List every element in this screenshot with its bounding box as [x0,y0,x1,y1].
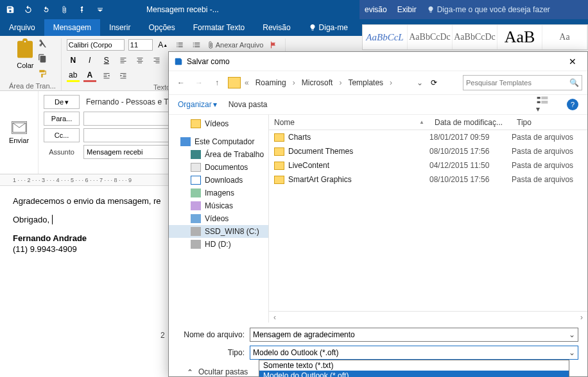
save-icon[interactable] [3,2,18,17]
bold-button[interactable]: N [67,54,80,67]
cc-button[interactable]: Cc... [44,128,80,142]
bg-tab-view[interactable]: Exibir [397,5,417,14]
refresh-icon[interactable]: ⟳ [431,78,445,87]
cut-icon[interactable] [38,38,49,50]
search-input[interactable] [466,79,569,87]
dialog-close-button[interactable]: ✕ [563,56,582,67]
tree-ssd[interactable]: SSD_WIN8 (C:) [169,225,268,238]
organize-button[interactable]: Organizar ▾ [178,100,217,109]
tree-music[interactable]: Músicas [169,199,268,212]
attach-icon[interactable] [56,2,72,17]
background-word-tabs: evisão Exibir Diga-me o que você deseja … [359,0,588,19]
increase-indent-icon[interactable] [117,69,130,82]
file-name: LiveContent [288,161,429,170]
style-item-2[interactable]: AaBbCcDc [408,25,453,49]
help-icon[interactable]: ? [567,99,578,110]
send-button[interactable]: Enviar [9,137,29,144]
font-name-select[interactable] [67,39,125,51]
tab-review[interactable]: Revisão [254,19,299,36]
format-painter-icon[interactable] [38,69,49,81]
style-item-5[interactable]: Aa [542,25,587,49]
file-date: 08/10/2015 17:56 [429,147,512,156]
chevron-up-icon[interactable]: ⌄ [187,367,193,376]
tree-videos-top[interactable]: Vídeos [169,117,268,130]
filetype-option[interactable]: Somente texto (*.txt) [259,360,569,371]
address-folder-icon[interactable] [228,77,241,88]
col-header-type[interactable]: Tipo [512,118,587,127]
style-item-1[interactable]: AaBbCcL [363,25,408,49]
styles-gallery[interactable]: AaBbCcL AaBbCcDc AaBbCcDc AaB Aa [362,24,588,50]
grow-font-icon[interactable]: A▲ [157,38,169,51]
filetype-dropdown[interactable]: Somente texto (*.txt)Modelo do Outlook (… [259,360,569,377]
send-envelope-icon[interactable] [12,121,27,134]
body-line-2: Obrigado, [13,215,49,224]
undo-icon[interactable] [21,2,36,17]
file-list[interactable]: Charts18/01/2017 09:59Pasta de arquivosD… [269,130,587,311]
filetype-select[interactable]: Modelo do Outlook (*.oft)⌄ [250,346,578,360]
italic-button[interactable]: I [83,54,96,67]
table-row[interactable]: LiveContent04/12/2015 11:50Pasta de arqu… [269,158,587,172]
tab-format-text[interactable]: Formatar Texto [184,19,254,36]
tree-hd[interactable]: HD (D:) [169,238,268,251]
align-left-icon[interactable] [117,54,130,67]
tab-tellme[interactable]: Diga-me [300,19,357,36]
numbering-icon[interactable] [190,38,203,51]
nav-up-icon[interactable]: ↑ [210,76,224,90]
crumb-roaming[interactable]: Roaming [253,78,289,87]
file-date: 08/10/2015 17:56 [429,175,512,184]
pin-icon[interactable] [74,2,90,17]
bg-tellme[interactable]: Diga-me o que você deseja fazer [427,5,550,14]
view-options-icon[interactable]: ▾ [536,96,549,113]
underline-button[interactable]: S [100,54,113,67]
from-button[interactable]: De▾ [44,95,80,109]
redo-icon[interactable] [39,2,54,17]
tree-this-pc[interactable]: Este Computador [169,135,268,148]
tree-downloads[interactable]: Downloads [169,174,268,187]
bg-tab-review[interactable]: evisão [365,5,387,14]
crumb-microsoft[interactable]: Microsoft [299,78,336,87]
font-size-select[interactable] [128,39,153,51]
style-item-3[interactable]: AaBbCcDc [453,25,497,49]
signature-name: Fernando Andrade [13,233,87,243]
tab-file[interactable]: Arquivo [0,19,44,36]
table-row[interactable]: Charts18/01/2017 09:59Pasta de arquivos [269,130,587,144]
paste-icon[interactable] [15,38,35,60]
copy-icon[interactable] [38,54,49,65]
flag-icon[interactable] [267,38,280,51]
attach-file-button[interactable]: Anexar Arquivo [207,38,264,51]
tree-videos[interactable]: Vídeos [169,212,268,225]
col-header-name[interactable]: Nome▲ [269,118,429,127]
tab-insert[interactable]: Inserir [100,19,139,36]
scroll-left-icon[interactable]: ‹ [269,312,281,323]
nav-back-icon[interactable]: ← [174,76,188,90]
scrollbar-x[interactable]: ‹ › [269,311,587,323]
bullets-icon[interactable] [173,38,186,51]
filename-input[interactable]: Mensagem de agradecimento⌄ [250,328,578,342]
search-box[interactable]: 🔍 [463,75,582,90]
tree-desktop[interactable]: Área de Trabalho [169,148,268,161]
align-right-icon[interactable] [150,54,163,67]
tree-images[interactable]: Imagens [169,187,268,199]
scroll-right-icon[interactable]: › [576,312,587,323]
table-row[interactable]: SmartArt Graphics08/10/2015 17:56Pasta d… [269,172,587,187]
font-color-icon[interactable]: A [83,69,96,82]
highlight-icon[interactable]: ab [67,69,80,82]
filetype-option[interactable]: Modelo do Outlook (*.oft) [259,371,569,377]
style-item-4[interactable]: AaB [497,25,542,49]
qat-dropdown-icon[interactable] [92,2,108,17]
tree-documents[interactable]: Documentos [169,161,268,174]
paste-label[interactable]: Colar [17,62,33,69]
tab-message[interactable]: Mensagem [44,19,100,36]
search-icon[interactable]: 🔍 [569,78,579,87]
folder-tree[interactable]: Vídeos Este Computador Área de Trabalho … [169,115,269,323]
table-row[interactable]: Document Themes08/10/2015 17:56Pasta de … [269,144,587,158]
col-header-date[interactable]: Data de modificaç... [429,118,512,127]
new-folder-button[interactable]: Nova pasta [229,100,268,109]
align-center-icon[interactable] [134,54,146,67]
tab-options[interactable]: Opções [139,19,184,36]
decrease-indent-icon[interactable] [100,69,113,82]
to-button[interactable]: Para... [44,112,80,126]
hide-folders-button[interactable]: Ocultar pastas [198,367,248,376]
address-dropdown-icon[interactable]: ⌄ [413,76,427,90]
crumb-templates[interactable]: Templates [345,78,386,87]
